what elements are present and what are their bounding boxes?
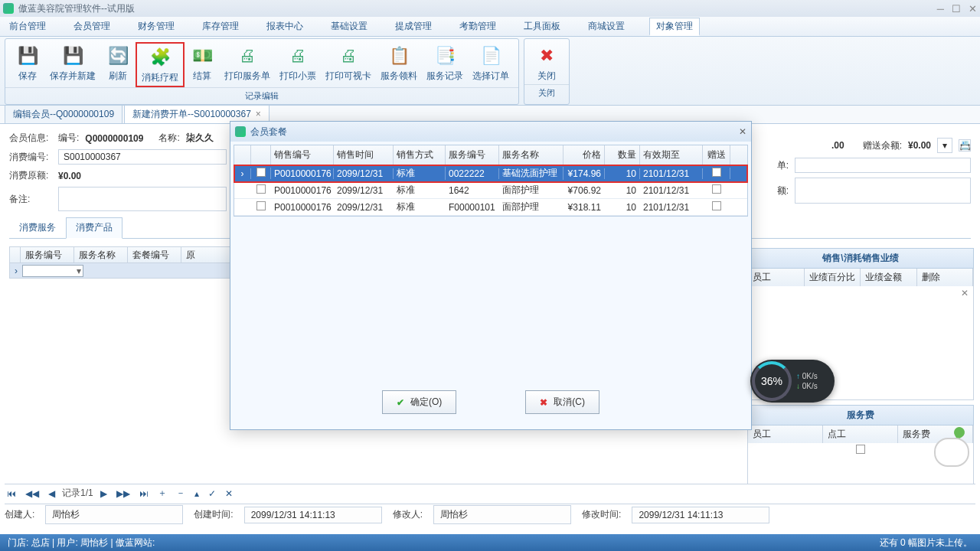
fee-checkbox[interactable] xyxy=(856,445,865,454)
sales-col[interactable]: 业绩百分比 xyxy=(805,269,861,286)
mgrid-col[interactable]: 有效期至 xyxy=(640,145,703,165)
grid-col[interactable]: 服务名称 xyxy=(74,247,128,262)
menu-7[interactable]: 考勤管理 xyxy=(456,18,499,34)
mgrid-col[interactable]: 价格 xyxy=(564,145,605,165)
mgrid-col[interactable]: 销售编号 xyxy=(271,145,334,165)
menu-10[interactable]: 对象管理 xyxy=(649,18,700,36)
consume-no-input[interactable]: S0010000367 xyxy=(58,149,227,165)
print-ticket-button[interactable]: 🖨打印小票 xyxy=(275,42,321,87)
settle-icon: 💵 xyxy=(190,44,214,68)
cancel-button[interactable]: ✖取消(C) xyxy=(525,390,599,414)
menu-9[interactable]: 商城设置 xyxy=(585,18,628,34)
mgrid-col[interactable]: 服务名称 xyxy=(499,145,564,165)
mgrid-col[interactable]: 服务编号 xyxy=(446,145,499,165)
dialog-title: 会员套餐 xyxy=(250,126,287,139)
modifier-label: 修改人: xyxy=(393,508,423,521)
creator-value: 周怡杉 xyxy=(45,505,183,524)
consume-course-button[interactable]: 🧩消耗疗程 xyxy=(136,42,185,87)
print-service-icon: 🖨 xyxy=(235,44,260,68)
print-service-button[interactable]: 🖨打印服务单 xyxy=(220,42,275,87)
menu-1[interactable]: 会员管理 xyxy=(70,18,113,34)
print-card-icon: 🖨 xyxy=(336,44,361,68)
mgrid-col[interactable]: 赠送 xyxy=(703,145,730,165)
delete-row-icon[interactable]: ✕ xyxy=(961,288,969,298)
mgrid-col[interactable]: 数量 xyxy=(605,145,640,165)
nav-prev-page[interactable]: ◀◀ xyxy=(23,488,41,499)
nav-add[interactable]: ＋ xyxy=(155,487,169,500)
nav-last[interactable]: ⏭ xyxy=(137,488,151,499)
service-record-icon: 📑 xyxy=(433,44,457,68)
nav-next[interactable]: ▶ xyxy=(98,488,109,499)
audit-info-bar: 创建人: 周怡杉 创建时间: 2099/12/31 14:11:13 修改人: … xyxy=(5,504,975,525)
menu-2[interactable]: 财务管理 xyxy=(135,18,178,34)
member-info-label: 会员信息: xyxy=(9,132,52,145)
print-ticket-icon: 🖨 xyxy=(286,44,310,68)
save-button[interactable]: 💾保存 xyxy=(10,42,45,87)
menu-4[interactable]: 报表中心 xyxy=(263,18,306,34)
settle-button[interactable]: 💵结算 xyxy=(185,42,220,87)
row-checkbox[interactable] xyxy=(256,168,266,177)
nav-cancel[interactable]: ✕ xyxy=(223,488,235,499)
amount2-input[interactable] xyxy=(795,178,971,204)
sub-tab-0[interactable]: 消费服务 xyxy=(9,217,66,238)
sub-tab-1[interactable]: 消费产品 xyxy=(66,217,122,239)
maximize-icon[interactable]: ☐ xyxy=(952,3,961,15)
sales-col[interactable]: 业绩金额 xyxy=(861,269,917,286)
mascot-icon[interactable] xyxy=(929,427,974,467)
select-order-button[interactable]: 📄选择订单 xyxy=(468,42,514,87)
title-bar: 傲蓝美容院管理软件--试用版 ─ ☐ ✕ xyxy=(0,0,980,17)
toolbar: 💾保存💾保存并新建🔄刷新🧩消耗疗程💵结算🖨打印服务单🖨打印小票🖨打印可视卡📋服务… xyxy=(0,37,980,106)
refresh-button[interactable]: 🔄刷新 xyxy=(100,42,136,87)
package-row[interactable]: P00100001762099/12/31标准F00000101面部护理¥318… xyxy=(234,199,747,216)
fee-panel-title: 服务费 xyxy=(747,405,974,425)
close-button[interactable]: ✖关闭 xyxy=(529,42,564,84)
nav-edit[interactable]: ▴ xyxy=(192,488,201,499)
sales-col[interactable]: 员工 xyxy=(748,269,805,286)
nav-next-page[interactable]: ▶▶ xyxy=(114,488,132,499)
menu-6[interactable]: 提成管理 xyxy=(392,18,435,34)
gift-checkbox[interactable] xyxy=(712,168,721,177)
fee-col[interactable]: 点工 xyxy=(823,425,898,443)
package-row[interactable]: ›P00100001762099/12/31标准0022222基础洗面护理¥17… xyxy=(234,165,747,182)
mgrid-col[interactable]: 销售方式 xyxy=(394,145,446,165)
sales-col[interactable]: 删除 xyxy=(917,269,974,286)
grid-col[interactable]: 服务编号 xyxy=(21,247,74,262)
nav-prev[interactable]: ◀ xyxy=(46,488,57,499)
service-claim-button[interactable]: 📋服务领料 xyxy=(376,42,422,87)
fee-col[interactable]: 员工 xyxy=(748,425,823,443)
service-grid-row[interactable]: › ▾ xyxy=(9,263,239,279)
row-checkbox[interactable] xyxy=(256,184,266,194)
service-record-button[interactable]: 📑服务记录 xyxy=(422,42,468,87)
menu-8[interactable]: 工具面板 xyxy=(521,18,564,34)
nav-confirm[interactable]: ✓ xyxy=(206,488,218,499)
grid-col[interactable]: 原 xyxy=(181,247,235,262)
lookup-icon[interactable]: 📇 xyxy=(959,139,971,152)
package-grid: 销售编号销售时间销售方式服务编号服务名称价格数量有效期至赠送 ›P0010000… xyxy=(234,145,748,217)
gift-lookup-button[interactable]: ▾ xyxy=(937,138,952,153)
remark-input[interactable] xyxy=(58,187,227,211)
modifier-value: 周怡杉 xyxy=(433,505,571,524)
print-card-button[interactable]: 🖨打印可视卡 xyxy=(321,42,376,87)
network-meter-widget[interactable]: 36% ↑ 0K/s ↓ 0K/s xyxy=(750,360,835,403)
save-new-button[interactable]: 💾保存并新建 xyxy=(45,42,100,87)
row-checkbox[interactable] xyxy=(256,201,266,210)
gift-checkbox[interactable] xyxy=(712,201,721,210)
ok-button[interactable]: ✔确定(O) xyxy=(382,390,456,414)
nav-first[interactable]: ⏮ xyxy=(5,488,18,499)
dialog-close-icon[interactable]: ✕ xyxy=(739,126,746,137)
tab-close-icon[interactable]: × xyxy=(256,109,261,119)
service-claim-icon: 📋 xyxy=(387,44,411,68)
minimize-icon[interactable]: ─ xyxy=(937,3,944,15)
menu-0[interactable]: 前台管理 xyxy=(6,18,49,34)
close-window-icon[interactable]: ✕ xyxy=(969,3,977,15)
gift-checkbox[interactable] xyxy=(712,184,721,194)
menu-3[interactable]: 库存管理 xyxy=(199,18,242,34)
doc-tab-0[interactable]: 编辑会员--Q0000000109 xyxy=(5,105,122,123)
menu-5[interactable]: 基础设置 xyxy=(328,18,371,34)
mgrid-col[interactable]: 销售时间 xyxy=(334,145,394,165)
nav-remove[interactable]: － xyxy=(174,487,188,500)
select-order-icon: 📄 xyxy=(479,44,503,68)
package-row[interactable]: P00100001762099/12/31标准1642面部护理¥706.9210… xyxy=(234,182,747,199)
unit-input[interactable] xyxy=(795,158,971,173)
grid-col[interactable]: 套餐编号 xyxy=(128,247,181,262)
